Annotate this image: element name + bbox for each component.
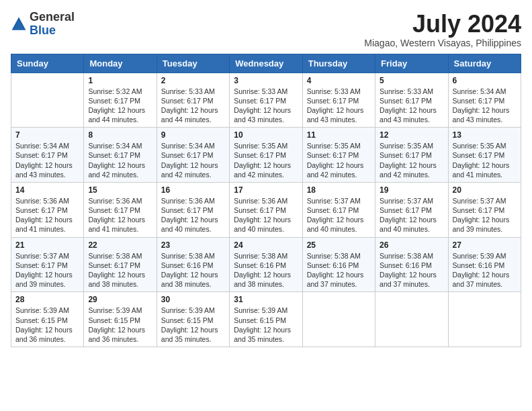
day-number: 13 [453,130,517,140]
calendar-cell [302,292,375,347]
day-number: 7 [15,130,79,140]
day-info: Sunrise: 5:33 AMSunset: 6:17 PMDaylight:… [161,87,225,125]
calendar-cell [448,292,521,347]
day-info: Sunrise: 5:32 AMSunset: 6:17 PMDaylight:… [88,87,152,125]
calendar-cell: 5Sunrise: 5:33 AMSunset: 6:17 PMDaylight… [375,73,448,128]
calendar-cell: 27Sunrise: 5:39 AMSunset: 6:16 PMDayligh… [448,237,521,292]
day-number: 1 [88,76,152,85]
calendar-cell: 7Sunrise: 5:34 AMSunset: 6:17 PMDaylight… [11,128,84,183]
calendar-cell: 28Sunrise: 5:39 AMSunset: 6:15 PMDayligh… [11,292,84,347]
day-info: Sunrise: 5:36 AMSunset: 6:17 PMDaylight:… [15,196,79,234]
day-number: 19 [380,185,443,195]
day-info: Sunrise: 5:35 AMSunset: 6:17 PMDaylight:… [453,141,517,179]
day-info: Sunrise: 5:36 AMSunset: 6:17 PMDaylight:… [161,196,225,234]
calendar-week-row: 21Sunrise: 5:37 AMSunset: 6:17 PMDayligh… [11,237,521,292]
day-info: Sunrise: 5:39 AMSunset: 6:16 PMDaylight:… [453,251,517,289]
day-number: 26 [380,240,443,250]
calendar-cell: 16Sunrise: 5:36 AMSunset: 6:17 PMDayligh… [157,182,229,237]
day-number: 31 [234,295,298,304]
logo-general: General [30,10,75,24]
day-number: 30 [161,295,225,304]
logo: General Blue [11,11,75,38]
calendar-header-saturday: Saturday [448,54,521,73]
calendar-cell: 21Sunrise: 5:37 AMSunset: 6:17 PMDayligh… [11,237,84,292]
day-info: Sunrise: 5:34 AMSunset: 6:17 PMDaylight:… [161,141,225,179]
day-number: 11 [307,130,371,140]
day-number: 16 [161,185,225,195]
calendar-header-monday: Monday [84,54,157,73]
day-number: 8 [88,130,152,140]
day-info: Sunrise: 5:36 AMSunset: 6:17 PMDaylight:… [234,196,298,234]
day-number: 3 [234,76,298,85]
calendar-cell: 31Sunrise: 5:39 AMSunset: 6:15 PMDayligh… [230,292,302,347]
day-number: 29 [88,295,152,304]
day-info: Sunrise: 5:33 AMSunset: 6:17 PMDaylight:… [307,87,371,125]
calendar-cell: 22Sunrise: 5:38 AMSunset: 6:17 PMDayligh… [84,237,157,292]
day-info: Sunrise: 5:33 AMSunset: 6:17 PMDaylight:… [380,87,443,125]
calendar-cell: 6Sunrise: 5:34 AMSunset: 6:17 PMDaylight… [448,73,521,128]
logo-icon [11,16,27,32]
day-number: 28 [15,295,79,304]
calendar-week-row: 7Sunrise: 5:34 AMSunset: 6:17 PMDaylight… [11,128,521,183]
day-info: Sunrise: 5:35 AMSunset: 6:17 PMDaylight:… [380,141,443,179]
day-number: 27 [453,240,517,250]
day-info: Sunrise: 5:39 AMSunset: 6:15 PMDaylight:… [88,306,152,344]
month-year: July 2024 [364,11,521,38]
page-header: General Blue July 2024 Miagao, Western V… [11,11,521,48]
day-info: Sunrise: 5:37 AMSunset: 6:17 PMDaylight:… [380,196,443,234]
day-info: Sunrise: 5:35 AMSunset: 6:17 PMDaylight:… [234,141,298,179]
calendar-week-row: 28Sunrise: 5:39 AMSunset: 6:15 PMDayligh… [11,292,521,347]
day-info: Sunrise: 5:38 AMSunset: 6:16 PMDaylight:… [380,251,443,289]
day-info: Sunrise: 5:38 AMSunset: 6:17 PMDaylight:… [88,251,152,289]
calendar-cell: 18Sunrise: 5:37 AMSunset: 6:17 PMDayligh… [302,182,375,237]
calendar-header-thursday: Thursday [302,54,375,73]
calendar-cell [11,73,84,128]
day-number: 17 [234,185,298,195]
day-number: 22 [88,240,152,250]
day-number: 9 [161,130,225,140]
day-info: Sunrise: 5:39 AMSunset: 6:15 PMDaylight:… [161,306,225,344]
calendar-cell: 23Sunrise: 5:38 AMSunset: 6:16 PMDayligh… [157,237,229,292]
day-number: 14 [15,185,79,195]
day-info: Sunrise: 5:38 AMSunset: 6:16 PMDaylight:… [307,251,371,289]
calendar-cell: 24Sunrise: 5:38 AMSunset: 6:16 PMDayligh… [230,237,302,292]
logo-blue-text: Blue [30,24,56,37]
day-number: 20 [453,185,517,195]
day-number: 6 [453,76,517,85]
calendar-header-friday: Friday [375,54,448,73]
day-info: Sunrise: 5:34 AMSunset: 6:17 PMDaylight:… [88,141,152,179]
calendar-cell: 29Sunrise: 5:39 AMSunset: 6:15 PMDayligh… [84,292,157,347]
calendar-header-wednesday: Wednesday [230,54,302,73]
day-number: 24 [234,240,298,250]
calendar-header-sunday: Sunday [11,54,84,73]
calendar-cell: 20Sunrise: 5:37 AMSunset: 6:17 PMDayligh… [448,182,521,237]
day-number: 25 [307,240,371,250]
day-number: 15 [88,185,152,195]
day-number: 23 [161,240,225,250]
day-info: Sunrise: 5:37 AMSunset: 6:17 PMDaylight:… [307,196,371,234]
calendar-cell: 26Sunrise: 5:38 AMSunset: 6:16 PMDayligh… [375,237,448,292]
day-info: Sunrise: 5:34 AMSunset: 6:17 PMDaylight:… [15,141,79,179]
calendar-cell: 13Sunrise: 5:35 AMSunset: 6:17 PMDayligh… [448,128,521,183]
day-info: Sunrise: 5:35 AMSunset: 6:17 PMDaylight:… [307,141,371,179]
calendar-cell: 8Sunrise: 5:34 AMSunset: 6:17 PMDaylight… [84,128,157,183]
day-number: 5 [380,76,443,85]
calendar-table: SundayMondayTuesdayWednesdayThursdayFrid… [11,54,521,347]
day-number: 4 [307,76,371,85]
day-info: Sunrise: 5:38 AMSunset: 6:16 PMDaylight:… [161,251,225,289]
calendar-header-row: SundayMondayTuesdayWednesdayThursdayFrid… [11,54,521,73]
calendar-cell: 2Sunrise: 5:33 AMSunset: 6:17 PMDaylight… [157,73,229,128]
day-info: Sunrise: 5:39 AMSunset: 6:15 PMDaylight:… [15,306,79,344]
calendar-cell: 14Sunrise: 5:36 AMSunset: 6:17 PMDayligh… [11,182,84,237]
day-info: Sunrise: 5:37 AMSunset: 6:17 PMDaylight:… [453,196,517,234]
day-number: 12 [380,130,443,140]
calendar-cell: 4Sunrise: 5:33 AMSunset: 6:17 PMDaylight… [302,73,375,128]
calendar-cell: 12Sunrise: 5:35 AMSunset: 6:17 PMDayligh… [375,128,448,183]
calendar-cell: 25Sunrise: 5:38 AMSunset: 6:16 PMDayligh… [302,237,375,292]
calendar-cell: 11Sunrise: 5:35 AMSunset: 6:17 PMDayligh… [302,128,375,183]
day-number: 10 [234,130,298,140]
logo-text: General Blue [30,11,75,38]
location: Miagao, Western Visayas, Philippines [364,38,521,48]
title-block: July 2024 Miagao, Western Visayas, Phili… [364,11,521,48]
calendar-header-tuesday: Tuesday [157,54,229,73]
